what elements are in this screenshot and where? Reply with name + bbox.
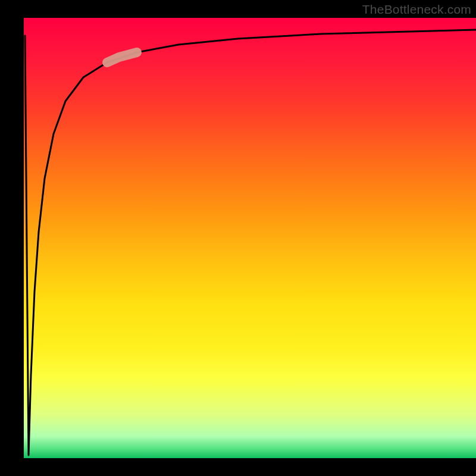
- curve-svg: [24, 18, 476, 458]
- watermark-text: TheBottleneck.com: [362, 2, 471, 17]
- plot-area: [24, 18, 476, 458]
- chart-container: TheBottleneck.com: [0, 0, 476, 476]
- bottleneck-curve-path: [25, 30, 476, 455]
- highlight-segment-path: [107, 52, 137, 62]
